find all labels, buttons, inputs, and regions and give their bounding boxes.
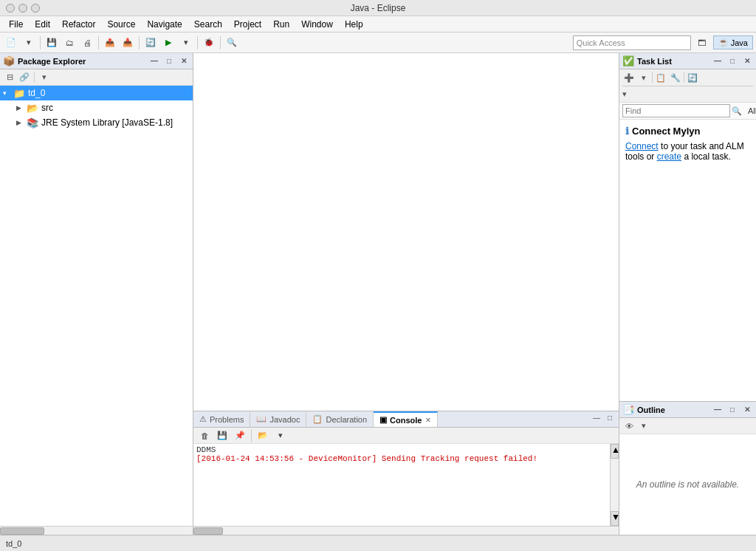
- tab-problems[interactable]: ⚠ Problems: [193, 411, 250, 427]
- left-scroll-thumb[interactable]: [0, 527, 44, 535]
- expand-arrow-src[interactable]: ▶: [16, 104, 25, 112]
- tab-declaration[interactable]: 📋 Declaration: [306, 411, 374, 427]
- task-sep1: [652, 72, 653, 83]
- close-tasklist-btn[interactable]: ✕: [741, 55, 753, 67]
- task-toolbar-div: [622, 86, 753, 86]
- console-bottom-scroll[interactable]: [193, 526, 619, 535]
- tab-console[interactable]: ▣ Console ✕: [374, 411, 437, 427]
- outline-panel: 📑 Outline — □ ✕ 👁 ▾ An outline is not av…: [619, 402, 756, 535]
- menu-source[interactable]: Source: [101, 18, 141, 31]
- new-dropdown[interactable]: ▾: [21, 35, 37, 51]
- titlebar: Java - Eclipse: [0, 0, 756, 16]
- status-text: td_0: [6, 539, 21, 548]
- titlebar-buttons: [6, 4, 40, 13]
- expand-arrow-jre[interactable]: ▶: [16, 119, 25, 126]
- maximize-left-btn[interactable]: □: [163, 55, 175, 67]
- menu-help[interactable]: Help: [339, 18, 369, 31]
- minimize-tasklist-btn[interactable]: —: [712, 55, 724, 67]
- new-task-btn[interactable]: ➕: [622, 71, 636, 84]
- open-perspective[interactable]: 🗔: [694, 35, 710, 51]
- find-input[interactable]: [622, 104, 730, 117]
- refresh-button[interactable]: 🔄: [142, 35, 159, 51]
- find-search-btn[interactable]: 🔍: [732, 104, 742, 117]
- menu-navigate[interactable]: Navigate: [141, 18, 188, 31]
- tab-bar: ⚠ Problems 📖 Javadoc 📋 Declaration ▣ Con…: [193, 411, 619, 428]
- tree-item-jre[interactable]: ▶ 📚 JRE System Library [JavaSE-1.8]: [0, 115, 193, 130]
- maximize-outline-btn[interactable]: □: [726, 404, 738, 416]
- minimize-left-btn[interactable]: —: [148, 55, 160, 67]
- src-folder-icon: 📂: [27, 103, 38, 114]
- menu-project[interactable]: Project: [228, 18, 267, 31]
- separator-3: [139, 36, 140, 49]
- left-panel: 📦 Package Explorer — □ ✕ ⊟ 🔗 ▾ ▾ 📁 td_0 …: [0, 53, 193, 535]
- task-list-toggle2[interactable]: 🔧: [669, 71, 682, 84]
- search-btn[interactable]: 🔍: [224, 35, 240, 51]
- expand-arrow-td0[interactable]: ▾: [3, 89, 12, 97]
- console-clear-btn[interactable]: 🗑: [196, 428, 213, 444]
- jre-icon: 📚: [27, 117, 38, 129]
- debug-button[interactable]: 🐞: [201, 35, 217, 51]
- minimize-btn[interactable]: [18, 4, 27, 13]
- console-scrollbar[interactable]: ▲ ▼: [610, 444, 619, 526]
- close-btn[interactable]: [6, 4, 15, 13]
- maximize-btn[interactable]: [31, 4, 40, 13]
- toolbar: 📄 ▾ 💾 🗂 🖨 📤 📥 🔄 ▶ ▾ 🐞 🔍 Quick Access 🗔 ☕…: [0, 32, 756, 53]
- menu-file[interactable]: File: [3, 18, 29, 31]
- package-explorer-icon: 📦: [3, 55, 15, 66]
- link-editor-btn[interactable]: 🔗: [18, 71, 31, 84]
- task-list-toggle1[interactable]: 📋: [654, 71, 667, 84]
- menu-refactor[interactable]: Refactor: [56, 18, 101, 31]
- print-button[interactable]: 🖨: [79, 35, 95, 51]
- close-outline-btn[interactable]: ✕: [741, 404, 753, 416]
- save-all-button[interactable]: 🗂: [61, 35, 78, 51]
- task-collapse-btn[interactable]: ▾: [622, 88, 627, 100]
- console-max-btn[interactable]: □: [604, 411, 616, 423]
- run-button[interactable]: ▶: [160, 35, 176, 51]
- create-link[interactable]: create: [657, 151, 681, 162]
- collapse-all-btn[interactable]: ⊟: [3, 71, 16, 84]
- tree-item-td0[interactable]: ▾ 📁 td_0: [0, 86, 193, 100]
- filter-all[interactable]: All: [745, 106, 756, 115]
- menu-run[interactable]: Run: [267, 18, 295, 31]
- package-explorer-toolbar: ⊟ 🔗 ▾: [0, 69, 193, 86]
- scroll-up-btn[interactable]: ▲: [611, 444, 619, 459]
- new-button[interactable]: 📄: [3, 35, 19, 51]
- menubar: File Edit Refactor Source Navigate Searc…: [0, 16, 756, 32]
- close-left-btn[interactable]: ✕: [178, 55, 190, 67]
- outline-view-btn[interactable]: 👁: [622, 420, 636, 433]
- scroll-down-btn[interactable]: ▼: [611, 511, 619, 526]
- console-open-dropdown[interactable]: ▾: [272, 428, 289, 444]
- quick-access-box[interactable]: Quick Access: [573, 35, 691, 50]
- tree-item-src[interactable]: ▶ 📂 src: [0, 100, 193, 115]
- left-bottom-scroll[interactable]: [0, 526, 193, 535]
- console-open-btn[interactable]: 📂: [255, 428, 271, 444]
- console-area[interactable]: DDMS [2016-01-24 14:53:56 - DeviceMonito…: [193, 444, 610, 526]
- export-button[interactable]: 📤: [102, 35, 118, 51]
- console-save-btn[interactable]: 💾: [214, 428, 230, 444]
- menu-search[interactable]: Search: [188, 18, 228, 31]
- project-icon: 📁: [13, 88, 25, 99]
- editor-area[interactable]: [193, 53, 619, 411]
- minimize-outline-btn[interactable]: —: [712, 404, 724, 416]
- maximize-tasklist-btn[interactable]: □: [726, 55, 738, 67]
- save-button[interactable]: 💾: [44, 35, 60, 51]
- import-button[interactable]: 📥: [120, 35, 136, 51]
- menu-edit[interactable]: Edit: [29, 18, 56, 31]
- tab-javadoc[interactable]: 📖 Javadoc: [250, 411, 306, 427]
- menu-window[interactable]: Window: [295, 18, 339, 31]
- console-pin-btn[interactable]: 📌: [232, 428, 248, 444]
- console-scroll-thumb[interactable]: [193, 527, 223, 535]
- connect-link[interactable]: Connect: [625, 141, 659, 151]
- new-task-dropdown[interactable]: ▾: [637, 71, 650, 84]
- outline-header: 📑 Outline — □ ✕: [619, 402, 756, 418]
- view-menu-btn[interactable]: ▾: [38, 71, 51, 84]
- console-min-btn[interactable]: —: [591, 411, 602, 423]
- task-list-header: ✅ Task List — □ ✕: [619, 53, 756, 69]
- scroll-track: [611, 459, 619, 511]
- outline-menu-btn[interactable]: ▾: [637, 420, 650, 433]
- java-perspective[interactable]: ☕ Java: [713, 35, 753, 49]
- outline-toolbar: 👁 ▾: [619, 418, 756, 434]
- tab-console-close[interactable]: ✕: [425, 417, 431, 424]
- run-dropdown[interactable]: ▾: [178, 35, 194, 51]
- task-sync-btn[interactable]: 🔄: [686, 71, 699, 84]
